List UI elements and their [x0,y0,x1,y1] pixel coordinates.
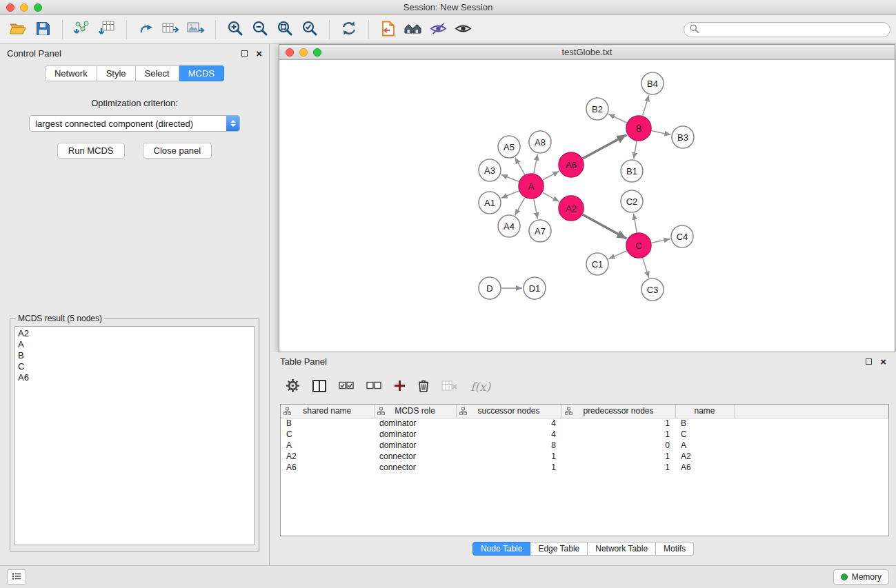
show-graphics-button[interactable] [450,18,475,41]
new-network-button[interactable] [134,18,159,41]
close-table-panel-icon[interactable]: × [880,358,886,365]
edge-C-C3[interactable] [643,258,649,278]
open-session-button[interactable] [6,18,30,41]
delete-row-button[interactable] [418,379,429,394]
tab-network-table[interactable]: Network Table [588,542,656,556]
edge-A-A6[interactable] [543,171,559,180]
tab-style[interactable]: Style [97,65,136,81]
zoom-in-button[interactable] [223,18,248,41]
node-A[interactable]: A [519,174,544,199]
edge-A-A2[interactable] [543,192,559,201]
delete-table-button[interactable] [441,381,458,394]
node-A8[interactable]: A8 [529,131,551,153]
float-table-panel-icon[interactable] [866,358,872,365]
node-table[interactable]: shared name MCDS role successor nodes pr… [280,404,889,536]
list-item[interactable]: A6 [18,372,251,383]
tab-node-table[interactable]: Node Table [472,542,531,556]
node-B2[interactable]: B2 [586,98,608,120]
table-row[interactable]: A6connector11A6 [281,462,888,473]
edge-C-C2[interactable] [634,214,637,232]
export-image-button[interactable] [183,18,208,41]
add-row-button[interactable] [394,380,406,394]
edge-A2-C[interactable] [583,214,627,239]
float-panel-icon[interactable] [241,50,248,57]
table-row[interactable]: Cdominator41C [281,429,888,440]
edge-B-B4[interactable] [643,95,649,116]
close-panel-button[interactable]: Close panel [143,143,212,159]
zoom-out-button[interactable] [248,18,272,41]
node-A5[interactable]: A5 [498,136,520,158]
edge-A-A3[interactable] [501,174,519,181]
select-all-button[interactable] [339,381,354,392]
column-header-predecessor-nodes[interactable]: predecessor nodes [561,405,675,418]
list-item[interactable]: A [18,339,251,350]
export-table-button[interactable] [159,18,183,41]
edge-B-B1[interactable] [634,141,637,159]
tab-edge-table[interactable]: Edge Table [530,542,588,556]
node-D[interactable]: D [479,277,501,299]
node-B1[interactable]: B1 [621,160,643,182]
node-B4[interactable]: B4 [641,72,664,94]
run-mcds-button[interactable]: Run MCDS [57,143,125,159]
table-row[interactable]: Adominator80A [281,440,888,451]
minimize-network-window-button[interactable] [299,48,308,57]
tab-motifs[interactable]: Motifs [656,542,694,556]
edge-A6-B[interactable] [583,135,627,159]
close-window-button[interactable] [6,3,14,12]
edge-C-C1[interactable] [608,251,626,259]
tab-select[interactable]: Select [136,65,179,81]
zoom-selected-button[interactable] [297,18,322,41]
column-header-shared-name[interactable]: shared name [281,405,374,418]
column-header-successor-nodes[interactable]: successor nodes [456,405,561,418]
node-B[interactable]: B [626,116,651,141]
import-table-button[interactable] [94,18,119,41]
search-input[interactable] [702,25,884,34]
node-A2[interactable]: A2 [559,196,584,221]
tab-mcds[interactable]: MCDS [179,65,224,81]
table-settings-button[interactable] [286,378,300,395]
node-A7[interactable]: A7 [529,220,551,242]
node-C1[interactable]: C1 [586,253,608,275]
node-A6[interactable]: A6 [559,152,584,177]
close-network-window-button[interactable] [286,48,294,57]
network-window-titlebar[interactable]: testGlobe.txt [279,45,895,60]
search-field[interactable] [684,22,890,37]
edge-A-A1[interactable] [501,191,519,198]
edge-C-C4[interactable] [652,239,670,243]
node-B3[interactable]: B3 [672,126,694,148]
list-item[interactable]: A2 [18,328,251,339]
edge-B-B3[interactable] [652,131,671,135]
node-A3[interactable]: A3 [479,159,501,181]
table-row[interactable]: Bdominator41B [281,418,888,429]
network-canvas[interactable]: B4B2BB3B1A5A8A6A3AA1C2A2A4A7C4CC1C3DD1 [279,60,895,352]
export-document-button[interactable] [376,18,401,41]
close-panel-icon[interactable]: × [256,50,262,57]
import-network-button[interactable] [70,18,94,41]
table-row[interactable]: A2connector11A2 [281,451,888,462]
criterion-dropdown[interactable]: largest connected component (directed) [29,115,240,132]
node-A4[interactable]: A4 [498,215,520,237]
edge-B-B2[interactable] [608,114,626,123]
deselect-all-button[interactable] [366,381,381,392]
column-header-mcds-role[interactable]: MCDS role [374,405,456,418]
edge-A-A8[interactable] [534,154,538,174]
home-views-button[interactable] [401,18,426,41]
node-A1[interactable]: A1 [479,192,501,214]
edge-A-A4[interactable] [515,198,525,216]
list-item[interactable]: B [18,350,251,361]
memory-button[interactable]: Memory [833,569,889,585]
zoom-network-window-button[interactable] [313,48,321,57]
edge-A-A5[interactable] [515,158,525,175]
function-builder-button[interactable]: f(x) [470,380,490,394]
save-session-button[interactable] [30,18,55,41]
hide-annotations-button[interactable] [426,18,450,41]
mcds-result-list[interactable]: A2ABCA6 [14,326,255,545]
node-D1[interactable]: D1 [524,277,546,299]
minimize-window-button[interactable] [20,3,28,12]
zoom-window-button[interactable] [34,3,42,12]
task-history-button[interactable] [7,569,26,585]
list-item[interactable]: C [18,361,251,372]
refresh-button[interactable] [337,18,361,41]
edge-A-A7[interactable] [534,199,538,219]
node-C4[interactable]: C4 [671,225,693,247]
